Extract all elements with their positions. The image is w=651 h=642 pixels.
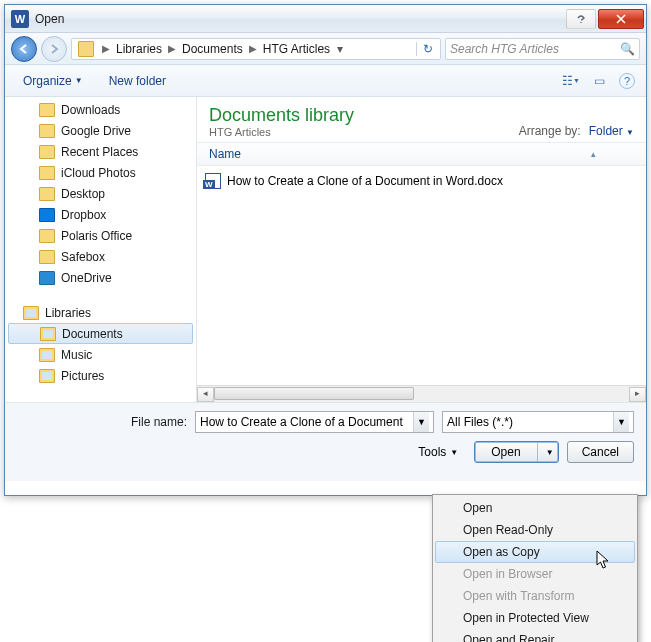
tree-item-libraries[interactable]: Libraries [5, 302, 196, 323]
tree-item-dropbox[interactable]: Dropbox [5, 204, 196, 225]
tree-item-downloads[interactable]: Downloads [5, 99, 196, 120]
titlebar: W Open [5, 5, 646, 33]
word-app-icon: W [11, 10, 29, 28]
open-dialog: W Open ▶ Libraries ▶ Documents ▶ HTG Art… [4, 4, 647, 496]
menu-item-open-read-only[interactable]: Open Read-Only [435, 519, 635, 541]
menu-item-open-with-transform: Open with Transform [435, 585, 635, 607]
tree-item-onedrive[interactable]: OneDrive [5, 267, 196, 288]
toolbar: Organize ▼ New folder ☷ ▼ ▭ ? [5, 65, 646, 97]
arrange-by-dropdown[interactable]: Folder ▼ [589, 124, 634, 138]
search-icon: 🔍 [620, 42, 635, 56]
chevron-down-icon: ▼ [450, 448, 458, 457]
preview-pane-button[interactable]: ▭ [588, 71, 610, 91]
folder-icon [39, 166, 55, 180]
file-name: How to Create a Clone of a Document in W… [227, 174, 503, 188]
navigation-bar: ▶ Libraries ▶ Documents ▶ HTG Articles ▾… [5, 33, 646, 65]
filename-label: File name: [17, 415, 187, 429]
library-subtitle: HTG Articles [209, 126, 354, 138]
scroll-right-button[interactable]: ▸ [629, 387, 646, 402]
dialog-footer: File name: How to Create a Clone of a Do… [5, 402, 646, 481]
breadcrumb[interactable]: ▶ Libraries ▶ Documents ▶ HTG Articles ▾… [71, 38, 441, 60]
forward-button[interactable] [41, 36, 67, 62]
chevron-down-icon[interactable]: ▼ [613, 412, 629, 432]
chevron-down-icon: ▼ [75, 76, 83, 85]
tools-dropdown[interactable]: Tools ▼ [418, 445, 458, 459]
column-name[interactable]: Name [209, 147, 241, 161]
arrange-by-label: Arrange by: [519, 124, 581, 138]
navigation-tree[interactable]: Downloads Google Drive Recent Places iCl… [5, 97, 197, 402]
tree-item-polaris-office[interactable]: Polaris Office [5, 225, 196, 246]
open-button[interactable]: Open [475, 442, 537, 462]
menu-item-open[interactable]: Open [435, 497, 635, 519]
help-icon[interactable]: ? [616, 71, 638, 91]
folder-icon [39, 103, 55, 117]
chevron-right-icon: ▶ [164, 43, 180, 54]
help-button[interactable] [566, 9, 596, 29]
scroll-thumb[interactable] [214, 387, 414, 400]
menu-item-open-as-copy[interactable]: Open as Copy [435, 541, 635, 563]
scroll-track[interactable] [214, 387, 629, 402]
folder-icon [39, 250, 55, 264]
chevron-right-icon: ▶ [98, 43, 114, 54]
chevron-down-icon[interactable]: ▼ [413, 412, 429, 432]
column-header[interactable]: Name ▴ [197, 142, 646, 166]
search-placeholder: Search HTG Articles [450, 42, 559, 56]
breadcrumb-item[interactable]: HTG Articles [261, 42, 332, 56]
open-split-button[interactable]: Open ▼ [474, 441, 558, 463]
cancel-button[interactable]: Cancel [567, 441, 634, 463]
documents-icon [40, 327, 56, 341]
open-dropdown-button[interactable]: ▼ [542, 448, 558, 457]
tree-item-desktop[interactable]: Desktop [5, 183, 196, 204]
menu-item-open-protected-view[interactable]: Open in Protected View [435, 607, 635, 629]
filename-input[interactable]: How to Create a Clone of a Document▼ [195, 411, 434, 433]
tree-item-recent-places[interactable]: Recent Places [5, 141, 196, 162]
refresh-button[interactable]: ↻ [416, 42, 438, 56]
folder-icon [39, 271, 55, 285]
tree-item-icloud-photos[interactable]: iCloud Photos [5, 162, 196, 183]
chevron-down-icon: ▼ [626, 128, 634, 137]
menu-item-open-and-repair[interactable]: Open and Repair [435, 629, 635, 642]
file-type-filter[interactable]: All Files (*.*)▼ [442, 411, 634, 433]
folder-icon [39, 145, 55, 159]
open-dropdown-menu: Open Open Read-Only Open as Copy Open in… [432, 494, 638, 642]
folder-icon [39, 229, 55, 243]
file-list[interactable]: How to Create a Clone of a Document in W… [197, 166, 646, 385]
breadcrumb-dropdown[interactable]: ▾ [332, 42, 348, 56]
tree-item-google-drive[interactable]: Google Drive [5, 120, 196, 141]
content-pane: Documents library HTG Articles Arrange b… [197, 97, 646, 402]
tree-item-music[interactable]: Music [5, 344, 196, 365]
chevron-right-icon: ▶ [245, 43, 261, 54]
menu-item-open-in-browser: Open in Browser [435, 563, 635, 585]
word-doc-icon [205, 173, 221, 189]
tree-item-documents[interactable]: Documents [8, 323, 193, 344]
folder-icon [39, 187, 55, 201]
sort-indicator-icon: ▴ [591, 149, 596, 159]
view-options-button[interactable]: ☷ ▼ [560, 71, 582, 91]
folder-icon [39, 124, 55, 138]
pictures-icon [39, 369, 55, 383]
music-icon [39, 348, 55, 362]
library-title: Documents library [209, 105, 354, 126]
organize-button[interactable]: Organize ▼ [13, 71, 93, 91]
window-title: Open [35, 12, 564, 26]
search-input[interactable]: Search HTG Articles 🔍 [445, 38, 640, 60]
dialog-body: Downloads Google Drive Recent Places iCl… [5, 97, 646, 402]
folder-icon [78, 41, 94, 57]
back-button[interactable] [11, 36, 37, 62]
folder-icon [39, 208, 55, 222]
close-button[interactable] [598, 9, 644, 29]
tree-item-safebox[interactable]: Safebox [5, 246, 196, 267]
libraries-icon [23, 306, 39, 320]
library-header: Documents library HTG Articles Arrange b… [197, 97, 646, 142]
scroll-left-button[interactable]: ◂ [197, 387, 214, 402]
file-row[interactable]: How to Create a Clone of a Document in W… [205, 170, 638, 192]
breadcrumb-item[interactable]: Documents [180, 42, 245, 56]
horizontal-scrollbar[interactable]: ◂ ▸ [197, 385, 646, 402]
new-folder-button[interactable]: New folder [99, 71, 176, 91]
tree-item-pictures[interactable]: Pictures [5, 365, 196, 386]
breadcrumb-item[interactable]: Libraries [114, 42, 164, 56]
